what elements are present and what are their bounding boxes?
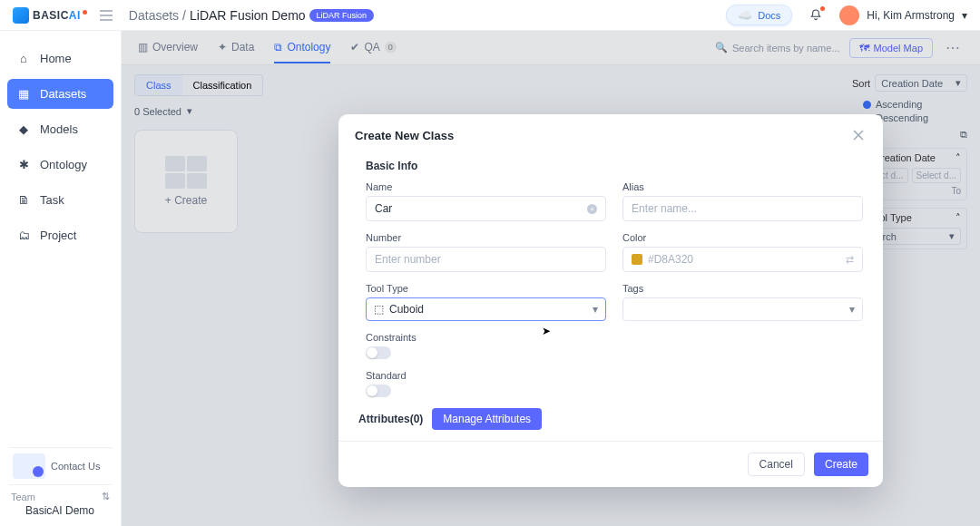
models-icon: ◆ — [16, 122, 31, 136]
cancel-button[interactable]: Cancel — [748, 453, 805, 476]
breadcrumb: Datasets / LiDAR Fusion Demo LiDAR Fusio… — [129, 8, 374, 23]
avatar — [839, 5, 859, 25]
section-basic-info: Basic Info — [366, 160, 863, 172]
tags-label: Tags — [622, 283, 863, 294]
chevron-down-icon: ▾ — [593, 303, 598, 316]
color-label: Color — [622, 232, 863, 243]
dataset-type-pill: LiDAR Fusion — [309, 9, 375, 22]
modal-title: Create New Class — [355, 129, 454, 142]
manage-attributes-button[interactable]: Manage Attributes — [432, 408, 542, 430]
topbar: BASICAI Datasets / LiDAR Fusion Demo LiD… — [0, 0, 980, 31]
sidebar-item-task[interactable]: 🗎Task — [7, 185, 113, 215]
task-icon: 🗎 — [16, 193, 31, 207]
ontology-icon: ✱ — [16, 158, 31, 171]
datasets-icon: ▦ — [16, 87, 31, 101]
sidebar-item-project[interactable]: 🗂Project — [7, 220, 113, 250]
color-swatch-icon — [632, 254, 642, 265]
breadcrumb-root[interactable]: Datasets — [129, 8, 179, 23]
tooltype-label: Tool Type — [366, 283, 606, 294]
user-menu[interactable]: Hi, Kim Armstrong ▾ — [839, 5, 967, 25]
sidebar-toggle-icon[interactable] — [100, 10, 113, 21]
number-input[interactable]: Enter number — [366, 247, 606, 272]
shuffle-color-button[interactable]: ⇄ — [846, 254, 854, 266]
constraints-label: Constraints — [366, 332, 863, 343]
modal-close-button[interactable] — [850, 127, 867, 143]
create-button[interactable]: Create — [814, 453, 868, 476]
notification-dot-icon — [820, 6, 825, 11]
logo-text: BASICAI — [33, 9, 87, 22]
docs-label: Docs — [758, 10, 780, 21]
sidebar-item-datasets[interactable]: ▦Datasets — [7, 79, 113, 109]
create-class-modal: Create New Class Basic Info Name Car × A… — [338, 114, 883, 487]
standard-toggle[interactable] — [366, 385, 391, 397]
contact-us-link[interactable]: Contact Us — [9, 447, 112, 485]
constraints-toggle[interactable] — [366, 346, 391, 359]
breadcrumb-current: LiDAR Fusion Demo — [190, 8, 306, 23]
close-icon — [853, 130, 864, 141]
home-icon: ⌂ — [16, 52, 31, 65]
alias-input[interactable]: Enter name... — [622, 196, 863, 221]
color-input[interactable]: #D8A320 ⇄ — [622, 247, 863, 272]
clear-name-button[interactable]: × — [587, 204, 597, 214]
alias-label: Alias — [622, 181, 863, 192]
content-area: ▥Overview ✦Data ⧉Ontology ✔QA0 🔍 Search … — [122, 31, 980, 526]
tooltype-select[interactable]: ⬚ Cuboid ▾ — [366, 297, 606, 321]
attributes-label: Attributes(0) — [358, 413, 423, 425]
user-greeting: Hi, Kim Armstrong — [867, 9, 955, 22]
chevron-down-icon: ▾ — [849, 303, 855, 316]
chevron-down-icon: ▾ — [962, 9, 967, 22]
project-icon: 🗂 — [16, 229, 31, 242]
updown-icon: ⇅ — [102, 491, 110, 502]
standard-label: Standard — [366, 370, 863, 381]
number-label: Number — [366, 232, 606, 243]
sidebar-item-ontology[interactable]: ✱Ontology — [7, 150, 113, 180]
name-label: Name — [366, 181, 606, 192]
docs-icon: ☁️ — [738, 8, 752, 22]
name-input[interactable]: Car × — [366, 196, 606, 221]
sidebar-item-models[interactable]: ◆Models — [7, 114, 113, 144]
team-switcher[interactable]: Team ⇅ — [9, 485, 112, 504]
docs-button[interactable]: ☁️ Docs — [726, 5, 792, 25]
logo-mark-icon — [13, 7, 29, 24]
contact-illustration-icon — [13, 453, 45, 479]
cuboid-icon: ⬚ — [374, 303, 384, 316]
logo[interactable]: BASICAI — [13, 7, 87, 24]
sidebar-item-home[interactable]: ⌂Home — [7, 44, 113, 73]
tags-select[interactable]: ▾ — [622, 297, 863, 321]
sidebar: ⌂Home ▦Datasets ◆Models ✱Ontology 🗎Task … — [0, 31, 122, 526]
team-name: BasicAI Demo — [9, 504, 112, 517]
notifications-button[interactable] — [808, 8, 823, 23]
